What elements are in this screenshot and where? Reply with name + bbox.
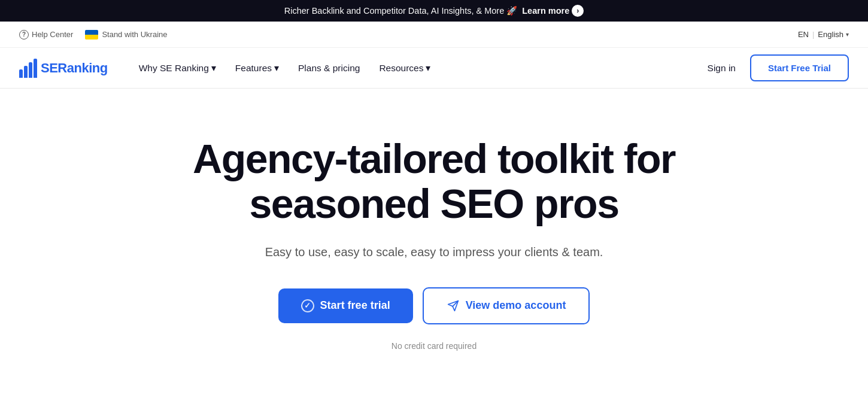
- help-center-label: Help Center: [32, 30, 73, 39]
- nav-why-se-ranking-label: Why SE Ranking: [139, 63, 209, 74]
- hero-subtitle: Easy to use, easy to scale, easy to impr…: [265, 243, 603, 261]
- utility-bar: ? Help Center Stand with Ukraine EN | En…: [0, 22, 868, 48]
- main-nav: SERanking Why SE Ranking ▾ Features ▾ Pl…: [0, 48, 868, 89]
- nav-resources-chevron-icon: ▾: [426, 63, 430, 74]
- ukraine-label: Stand with Ukraine: [102, 30, 167, 39]
- logo-link[interactable]: SERanking: [19, 59, 108, 78]
- hero-buttons: ✓ Start free trial View demo account: [278, 287, 590, 324]
- lang-divider: |: [812, 30, 814, 39]
- learn-more-circle-icon: ›: [572, 5, 584, 17]
- view-demo-button[interactable]: View demo account: [423, 287, 590, 324]
- utility-right: EN | English ▾: [798, 30, 849, 39]
- lang-label: English: [818, 30, 843, 39]
- no-credit-card-text: No credit card required: [391, 341, 477, 351]
- nav-left: SERanking Why SE Ranking ▾ Features ▾ Pl…: [19, 58, 438, 78]
- nav-why-se-ranking[interactable]: Why SE Ranking ▾: [132, 58, 223, 78]
- nav-why-chevron-icon: ▾: [211, 63, 216, 74]
- start-trial-nav-label: Start Free Trial: [768, 63, 831, 73]
- check-circle-icon: ✓: [301, 299, 314, 312]
- chevron-down-icon: ▾: [846, 31, 849, 38]
- nav-right: Sign in Start Free Trial: [708, 54, 849, 81]
- nav-features[interactable]: Features ▾: [228, 58, 286, 78]
- nav-resources-label: Resources: [379, 63, 423, 74]
- logo-text: SERanking: [41, 60, 108, 76]
- logo-icon: [19, 59, 37, 78]
- learn-more-link[interactable]: Learn more ›: [522, 5, 584, 17]
- hero-section: Agency-tailored toolkit for seasoned SEO…: [0, 89, 868, 387]
- ukraine-badge: Stand with Ukraine: [85, 30, 167, 40]
- nav-links: Why SE Ranking ▾ Features ▾ Plans & pric…: [132, 58, 438, 78]
- utility-left: ? Help Center Stand with Ukraine: [19, 30, 168, 40]
- language-selector[interactable]: English ▾: [818, 30, 849, 39]
- start-trial-nav-button[interactable]: Start Free Trial: [750, 54, 849, 81]
- send-icon: [447, 299, 460, 312]
- start-free-trial-label: Start free trial: [320, 299, 390, 312]
- announcement-text: Richer Backlink and Competitor Data, AI …: [284, 6, 518, 16]
- nav-features-chevron-icon: ▾: [274, 63, 279, 74]
- ukraine-flag-icon: [85, 30, 98, 40]
- nav-plans-pricing-label: Plans & pricing: [298, 63, 360, 74]
- view-demo-label: View demo account: [466, 299, 566, 312]
- nav-resources[interactable]: Resources ▾: [372, 58, 438, 78]
- announcement-bar: Richer Backlink and Competitor Data, AI …: [0, 0, 868, 22]
- nav-features-label: Features: [235, 63, 272, 74]
- logo-se: SE: [41, 60, 57, 75]
- help-center-link[interactable]: ? Help Center: [19, 30, 73, 40]
- hero-title: Agency-tailored toolkit for seasoned SEO…: [105, 136, 763, 226]
- sign-in-link[interactable]: Sign in: [708, 63, 736, 74]
- nav-plans-pricing[interactable]: Plans & pricing: [291, 58, 367, 78]
- logo-ranking: Ranking: [57, 60, 107, 75]
- learn-more-label: Learn more: [522, 6, 569, 16]
- sign-in-label: Sign in: [708, 63, 736, 73]
- help-icon: ?: [19, 30, 29, 40]
- start-free-trial-button[interactable]: ✓ Start free trial: [278, 288, 413, 323]
- lang-code: EN: [798, 30, 809, 39]
